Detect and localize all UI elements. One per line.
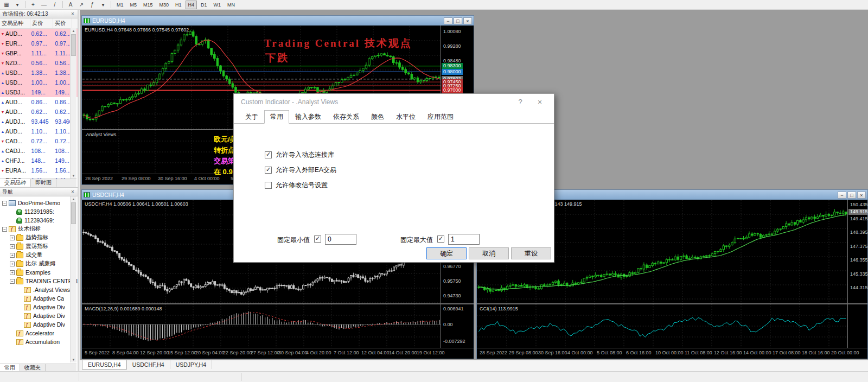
dialog-tab[interactable]: 应用范围 (422, 110, 459, 124)
minimize-button[interactable]: − (444, 17, 452, 24)
dialog-tab[interactable]: 关于 (239, 110, 264, 124)
chart-window-tab[interactable]: USDJPY,H4 (170, 360, 212, 369)
expand-icon[interactable]: + (10, 253, 15, 258)
close-button[interactable]: × (463, 17, 472, 24)
horizontal-line-icon[interactable]: — (39, 0, 49, 9)
timeframe-button-h1[interactable]: H1 (173, 1, 184, 9)
navigator-scrollbar[interactable]: ▲ ▼ (70, 196, 76, 362)
close-icon[interactable]: × (69, 188, 76, 196)
restore-button[interactable]: □ (847, 192, 856, 199)
scroll-down-icon[interactable]: ▼ (71, 173, 76, 179)
column-header[interactable]: 卖价 (30, 18, 53, 28)
collapse-icon[interactable]: − (2, 227, 7, 232)
navigator-item[interactable]: Adaptive Ca (0, 294, 78, 303)
dialog-tab[interactable]: 水平位 (390, 110, 422, 124)
navigator-item[interactable]: 112393469: (0, 216, 78, 225)
minimize-button[interactable]: − (838, 192, 846, 199)
navigator-item[interactable]: +比尔 威廉姆 (0, 259, 78, 268)
expand-icon[interactable]: + (10, 262, 15, 266)
timeframe-button-w1[interactable]: W1 (211, 1, 224, 9)
expand-icon[interactable]: + (10, 235, 15, 240)
fixed-max-checkbox[interactable] (437, 235, 444, 243)
market-watch-row[interactable]: ▲AUD...1.10...1.10... (0, 126, 78, 136)
dialog-checkbox[interactable] (265, 151, 272, 158)
navigator-item[interactable]: Adaptive Div (0, 320, 78, 329)
navigator-item[interactable]: Adaptive Div (0, 303, 78, 311)
navigator-item[interactable]: −DooPrime-Demo (0, 199, 78, 207)
crosshair-icon[interactable]: + (28, 0, 38, 9)
cci-scale[interactable] (847, 304, 867, 348)
scrollbar-thumb[interactable] (71, 202, 76, 224)
time-axis[interactable]: 5 Sep 20228 Sep 04:0012 Sep 20:0015 Sep … (82, 348, 474, 358)
navigator-tab[interactable]: 收藏夹 (20, 364, 46, 372)
help-icon[interactable]: ? (515, 94, 526, 110)
fixed-min-checkbox[interactable] (314, 235, 321, 243)
collapse-icon[interactable]: − (10, 279, 15, 284)
market-watch-tab[interactable]: 交易品种 (0, 179, 31, 187)
close-icon[interactable]: × (69, 10, 76, 18)
market-watch-row[interactable]: ▼GBP...1.11...1.11... (0, 48, 78, 58)
market-watch-row[interactable]: ▼AUD...0.62...0.62... (0, 107, 78, 117)
dialog-tab[interactable]: 依存关系 (327, 110, 365, 124)
navigator-item[interactable]: Accelerator (0, 329, 78, 338)
expand-icon[interactable]: + (10, 270, 15, 275)
market-watch-row[interactable]: ▼CAD...0.72...0.72... (0, 136, 78, 146)
navigator-item[interactable]: 112391985: (0, 207, 78, 216)
arrow-tool-icon[interactable]: ↗ (76, 0, 86, 9)
indicators-caret-icon[interactable]: ▾ (98, 0, 108, 9)
dialog-tab[interactable]: 输入参数 (289, 110, 327, 124)
column-header[interactable]: 交易品种 (0, 18, 30, 28)
navigator-item[interactable]: −技术指标 (0, 225, 78, 233)
scroll-up-icon[interactable]: ▲ (71, 28, 76, 34)
market-watch-row[interactable]: ▼EURA...1.56...1.56... (0, 165, 78, 175)
navigator-item[interactable]: +Examples (0, 268, 78, 277)
navigator-item[interactable]: .Analyst Views (0, 285, 78, 294)
close-icon[interactable]: × (534, 94, 545, 110)
trendline-icon[interactable]: / (50, 0, 60, 9)
scrollbar-thumb[interactable] (71, 34, 76, 56)
collapse-icon[interactable]: − (2, 201, 7, 206)
market-watch-row[interactable]: ▲CADJ...108...108... (0, 146, 78, 156)
macd-scale[interactable]: 0.0069410.00-0.007292 (441, 304, 474, 348)
navigator-item[interactable]: Adaptive Div (0, 311, 78, 320)
market-watch-row[interactable]: ▲USD...1.00...1.00... (0, 78, 78, 87)
market-watch-row[interactable]: ▲AUDJ...93.44593.466 (0, 117, 78, 126)
column-header[interactable]: 买价 (53, 18, 72, 28)
timeframe-button-mn[interactable]: MN (225, 1, 238, 9)
scroll-up-icon[interactable]: ▲ (71, 196, 76, 202)
restore-button[interactable]: □ (454, 17, 462, 24)
scroll-down-icon[interactable]: ▼ (71, 357, 76, 362)
cci-chart[interactable] (477, 304, 847, 348)
window-titlebar[interactable]: EURUSD,H4 −□× (82, 16, 474, 26)
market-watch-row[interactable]: ▲USD...1.38...1.38... (0, 68, 78, 78)
timeframe-button-m15[interactable]: M15 (141, 1, 156, 9)
reset-button[interactable]: 重设 (511, 247, 551, 259)
dialog-titlebar[interactable]: Custom Indicator - .Analyst Views ? × (234, 94, 554, 110)
ok-button[interactable]: 确定 (426, 247, 467, 259)
chart-profiles-caret-icon[interactable]: ▾ (12, 0, 22, 9)
navigator-item[interactable]: −TRADING CENTRAL (0, 277, 78, 285)
charts-icon[interactable]: ▦ (2, 0, 11, 9)
expand-icon[interactable]: + (10, 244, 15, 249)
market-watch-scrollbar[interactable]: ▲ ▼ (70, 28, 76, 179)
navigator-tab[interactable]: 常用 (0, 364, 20, 372)
navigator-item[interactable]: Accumulation (0, 338, 78, 346)
dialog-tab[interactable]: 常用 (264, 110, 289, 124)
timeframe-button-h4[interactable]: H4 (186, 1, 197, 9)
market-watch-row[interactable]: ▼EUR...0.97...0.97... (0, 39, 78, 48)
dialog-checkbox[interactable] (265, 182, 272, 189)
chart-window-tab[interactable]: USDCHF,H4 (127, 360, 170, 369)
navigator-item[interactable]: +趋势指标 (0, 233, 78, 242)
market-watch-row[interactable]: ▲USDJ...149...149... (0, 87, 78, 97)
time-axis[interactable]: 28 Sep 202229 Sep 08:0030 Sep 16:004 Oct… (477, 348, 867, 358)
indicators-icon[interactable]: ƒ (87, 0, 97, 9)
dialog-tab[interactable]: 颜色 (365, 110, 390, 124)
chart-window-tab[interactable]: EURUSD,H4 (82, 360, 127, 370)
fixed-max-input[interactable] (448, 234, 480, 245)
fixed-min-input[interactable] (325, 234, 356, 245)
market-watch-row[interactable]: ▲AUD...0.86...0.86... (0, 97, 78, 107)
cancel-button[interactable]: 取消 (469, 247, 509, 259)
market-watch-row[interactable]: ▼NZD...0.56...0.56... (0, 58, 78, 68)
text-tool-icon[interactable]: A (66, 0, 75, 9)
close-button[interactable]: × (857, 192, 866, 199)
